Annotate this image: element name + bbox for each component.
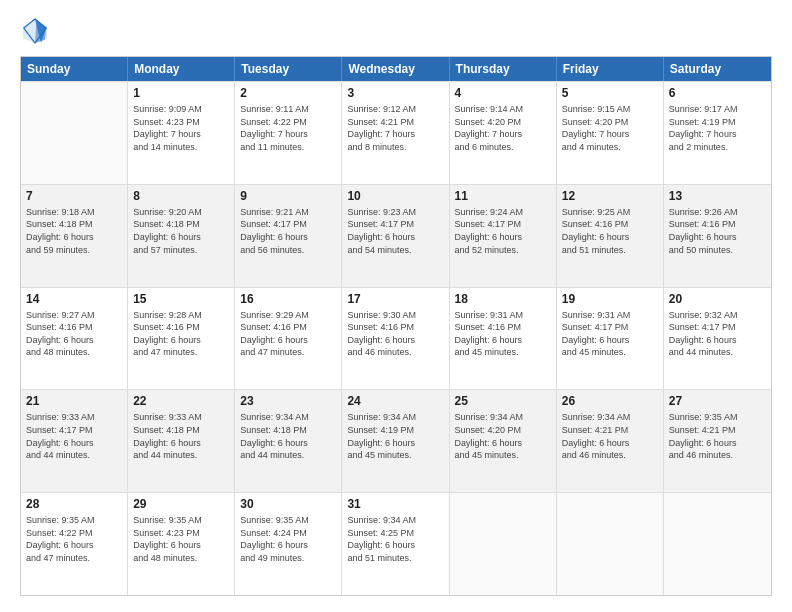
cal-cell: 17Sunrise: 9:30 AM Sunset: 4:16 PM Dayli… [342,288,449,390]
day-number: 4 [455,86,551,100]
day-number: 3 [347,86,443,100]
day-number: 30 [240,497,336,511]
day-number: 14 [26,292,122,306]
cell-detail: Sunrise: 9:35 AM Sunset: 4:23 PM Dayligh… [133,514,229,564]
day-number: 5 [562,86,658,100]
cell-detail: Sunrise: 9:29 AM Sunset: 4:16 PM Dayligh… [240,309,336,359]
cell-detail: Sunrise: 9:18 AM Sunset: 4:18 PM Dayligh… [26,206,122,256]
cell-detail: Sunrise: 9:34 AM Sunset: 4:20 PM Dayligh… [455,411,551,461]
day-number: 28 [26,497,122,511]
header-friday: Friday [557,57,664,81]
cell-detail: Sunrise: 9:26 AM Sunset: 4:16 PM Dayligh… [669,206,766,256]
day-number: 27 [669,394,766,408]
cell-detail: Sunrise: 9:35 AM Sunset: 4:21 PM Dayligh… [669,411,766,461]
day-number: 23 [240,394,336,408]
calendar: SundayMondayTuesdayWednesdayThursdayFrid… [20,56,772,596]
cell-detail: Sunrise: 9:11 AM Sunset: 4:22 PM Dayligh… [240,103,336,153]
cal-cell: 21Sunrise: 9:33 AM Sunset: 4:17 PM Dayli… [21,390,128,492]
cal-cell: 26Sunrise: 9:34 AM Sunset: 4:21 PM Dayli… [557,390,664,492]
week-row-3: 21Sunrise: 9:33 AM Sunset: 4:17 PM Dayli… [21,389,771,492]
cell-detail: Sunrise: 9:34 AM Sunset: 4:25 PM Dayligh… [347,514,443,564]
cal-cell: 20Sunrise: 9:32 AM Sunset: 4:17 PM Dayli… [664,288,771,390]
cal-cell: 30Sunrise: 9:35 AM Sunset: 4:24 PM Dayli… [235,493,342,595]
day-number: 31 [347,497,443,511]
cal-cell: 18Sunrise: 9:31 AM Sunset: 4:16 PM Dayli… [450,288,557,390]
cal-cell: 3Sunrise: 9:12 AM Sunset: 4:21 PM Daylig… [342,82,449,184]
week-row-4: 28Sunrise: 9:35 AM Sunset: 4:22 PM Dayli… [21,492,771,595]
day-number: 12 [562,189,658,203]
cell-detail: Sunrise: 9:32 AM Sunset: 4:17 PM Dayligh… [669,309,766,359]
cal-cell: 1Sunrise: 9:09 AM Sunset: 4:23 PM Daylig… [128,82,235,184]
day-number: 16 [240,292,336,306]
cell-detail: Sunrise: 9:20 AM Sunset: 4:18 PM Dayligh… [133,206,229,256]
cal-cell: 24Sunrise: 9:34 AM Sunset: 4:19 PM Dayli… [342,390,449,492]
cal-cell: 11Sunrise: 9:24 AM Sunset: 4:17 PM Dayli… [450,185,557,287]
header-wednesday: Wednesday [342,57,449,81]
day-number: 6 [669,86,766,100]
cal-cell: 12Sunrise: 9:25 AM Sunset: 4:16 PM Dayli… [557,185,664,287]
calendar-body: 1Sunrise: 9:09 AM Sunset: 4:23 PM Daylig… [21,81,771,595]
cal-cell: 14Sunrise: 9:27 AM Sunset: 4:16 PM Dayli… [21,288,128,390]
cell-detail: Sunrise: 9:35 AM Sunset: 4:24 PM Dayligh… [240,514,336,564]
cell-detail: Sunrise: 9:34 AM Sunset: 4:18 PM Dayligh… [240,411,336,461]
calendar-header: SundayMondayTuesdayWednesdayThursdayFrid… [21,57,771,81]
cell-detail: Sunrise: 9:27 AM Sunset: 4:16 PM Dayligh… [26,309,122,359]
cal-cell [664,493,771,595]
header-monday: Monday [128,57,235,81]
day-number: 22 [133,394,229,408]
cal-cell: 25Sunrise: 9:34 AM Sunset: 4:20 PM Dayli… [450,390,557,492]
day-number: 21 [26,394,122,408]
cell-detail: Sunrise: 9:14 AM Sunset: 4:20 PM Dayligh… [455,103,551,153]
day-number: 15 [133,292,229,306]
cell-detail: Sunrise: 9:28 AM Sunset: 4:16 PM Dayligh… [133,309,229,359]
cal-cell: 28Sunrise: 9:35 AM Sunset: 4:22 PM Dayli… [21,493,128,595]
cal-cell: 27Sunrise: 9:35 AM Sunset: 4:21 PM Dayli… [664,390,771,492]
cell-detail: Sunrise: 9:23 AM Sunset: 4:17 PM Dayligh… [347,206,443,256]
day-number: 20 [669,292,766,306]
page: SundayMondayTuesdayWednesdayThursdayFrid… [0,0,792,612]
day-number: 9 [240,189,336,203]
logo [20,16,54,46]
header-thursday: Thursday [450,57,557,81]
week-row-0: 1Sunrise: 9:09 AM Sunset: 4:23 PM Daylig… [21,81,771,184]
cell-detail: Sunrise: 9:12 AM Sunset: 4:21 PM Dayligh… [347,103,443,153]
cell-detail: Sunrise: 9:21 AM Sunset: 4:17 PM Dayligh… [240,206,336,256]
cell-detail: Sunrise: 9:35 AM Sunset: 4:22 PM Dayligh… [26,514,122,564]
cell-detail: Sunrise: 9:31 AM Sunset: 4:17 PM Dayligh… [562,309,658,359]
cell-detail: Sunrise: 9:34 AM Sunset: 4:21 PM Dayligh… [562,411,658,461]
day-number: 29 [133,497,229,511]
cell-detail: Sunrise: 9:25 AM Sunset: 4:16 PM Dayligh… [562,206,658,256]
cell-detail: Sunrise: 9:09 AM Sunset: 4:23 PM Dayligh… [133,103,229,153]
cell-detail: Sunrise: 9:17 AM Sunset: 4:19 PM Dayligh… [669,103,766,153]
cell-detail: Sunrise: 9:31 AM Sunset: 4:16 PM Dayligh… [455,309,551,359]
header [20,16,772,46]
header-saturday: Saturday [664,57,771,81]
day-number: 13 [669,189,766,203]
cal-cell: 9Sunrise: 9:21 AM Sunset: 4:17 PM Daylig… [235,185,342,287]
week-row-2: 14Sunrise: 9:27 AM Sunset: 4:16 PM Dayli… [21,287,771,390]
cal-cell: 10Sunrise: 9:23 AM Sunset: 4:17 PM Dayli… [342,185,449,287]
cal-cell: 2Sunrise: 9:11 AM Sunset: 4:22 PM Daylig… [235,82,342,184]
cal-cell: 13Sunrise: 9:26 AM Sunset: 4:16 PM Dayli… [664,185,771,287]
cal-cell: 23Sunrise: 9:34 AM Sunset: 4:18 PM Dayli… [235,390,342,492]
cal-cell: 19Sunrise: 9:31 AM Sunset: 4:17 PM Dayli… [557,288,664,390]
cal-cell: 22Sunrise: 9:33 AM Sunset: 4:18 PM Dayli… [128,390,235,492]
cal-cell: 4Sunrise: 9:14 AM Sunset: 4:20 PM Daylig… [450,82,557,184]
header-sunday: Sunday [21,57,128,81]
day-number: 1 [133,86,229,100]
day-number: 11 [455,189,551,203]
cell-detail: Sunrise: 9:15 AM Sunset: 4:20 PM Dayligh… [562,103,658,153]
cal-cell [21,82,128,184]
day-number: 26 [562,394,658,408]
cal-cell [450,493,557,595]
cal-cell: 5Sunrise: 9:15 AM Sunset: 4:20 PM Daylig… [557,82,664,184]
cell-detail: Sunrise: 9:34 AM Sunset: 4:19 PM Dayligh… [347,411,443,461]
cal-cell: 15Sunrise: 9:28 AM Sunset: 4:16 PM Dayli… [128,288,235,390]
cal-cell: 7Sunrise: 9:18 AM Sunset: 4:18 PM Daylig… [21,185,128,287]
day-number: 10 [347,189,443,203]
cal-cell: 6Sunrise: 9:17 AM Sunset: 4:19 PM Daylig… [664,82,771,184]
week-row-1: 7Sunrise: 9:18 AM Sunset: 4:18 PM Daylig… [21,184,771,287]
cal-cell [557,493,664,595]
day-number: 17 [347,292,443,306]
cal-cell: 31Sunrise: 9:34 AM Sunset: 4:25 PM Dayli… [342,493,449,595]
